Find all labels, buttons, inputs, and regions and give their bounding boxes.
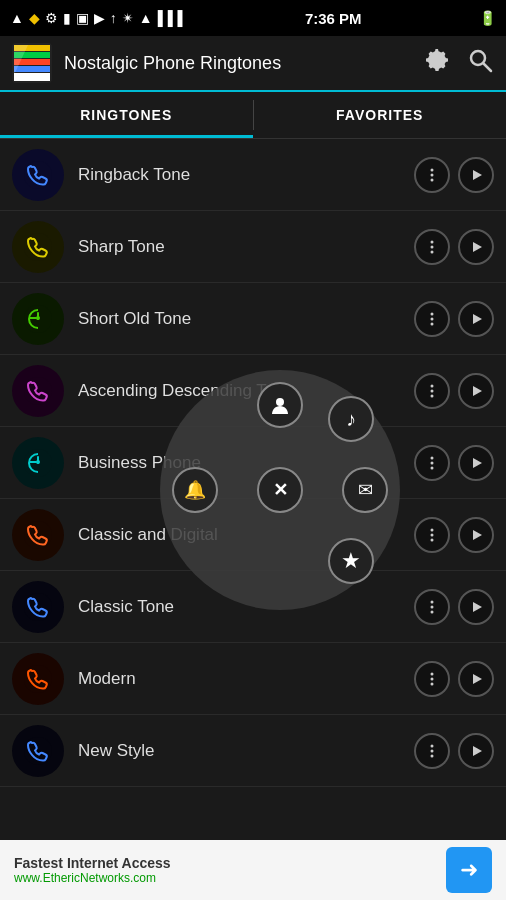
menu-button[interactable] [414,589,450,625]
ad-title: Fastest Internet Access [14,855,446,871]
ringtone-item[interactable]: Ringback Tone [0,139,506,211]
ringtone-item[interactable]: Modern [0,643,506,715]
play-button[interactable] [458,517,494,553]
status-icon-diamond: ◆ [29,10,40,26]
ringtone-name: Ringback Tone [78,165,414,185]
status-battery: 🔋 [479,10,496,26]
phone-icon-container [12,581,64,633]
play-button[interactable] [458,157,494,193]
menu-button[interactable] [414,157,450,193]
ad-banner: Fastest Internet Access www.EthericNetwo… [0,840,506,900]
svg-point-32 [431,456,434,459]
context-menu-overlay: ♪ ✉ 🔔 ✕ ★ [160,370,400,610]
svg-point-21 [431,312,434,315]
tab-favorites[interactable]: FAVORITES [254,92,507,138]
svg-point-34 [431,466,434,469]
svg-point-49 [431,682,434,685]
status-icons-left: ▲ ◆ ⚙ ▮ ▣ ▶ ↑ ✴ ▲ ▌▌▌ [10,10,187,26]
ad-arrow-button[interactable]: ➜ [446,847,492,893]
ringtone-item[interactable]: Sharp Tone [0,211,506,283]
phone-icon-container [12,293,64,345]
svg-marker-55 [473,746,482,756]
svg-rect-51 [24,737,52,765]
menu-button[interactable] [414,229,450,265]
play-button[interactable] [458,661,494,697]
item-actions [414,589,494,625]
item-actions [414,445,494,481]
ad-arrow-icon: ➜ [460,857,478,883]
ctx-btn-music[interactable]: ♪ [328,396,374,442]
settings-icon[interactable] [424,47,450,79]
item-actions [414,229,494,265]
play-button[interactable] [458,733,494,769]
tabs-bar: RINGTONES FAVORITES [0,92,506,139]
ctx-btn-notify[interactable]: 🔔 [172,467,218,513]
menu-button[interactable] [414,373,450,409]
play-button[interactable] [458,589,494,625]
svg-rect-25 [24,377,52,405]
ad-text-area: Fastest Internet Access www.EthericNetwo… [14,855,446,885]
svg-marker-45 [473,602,482,612]
svg-point-38 [431,533,434,536]
menu-button[interactable] [414,661,450,697]
status-icon-wifi: ▲ [139,10,153,26]
svg-rect-5 [14,73,50,81]
menu-button[interactable] [414,445,450,481]
play-button[interactable] [458,373,494,409]
ringtone-item[interactable]: Short Old Tone [0,283,506,355]
phone-icon-container [12,653,64,705]
status-icons-right: 🔋 [479,10,496,26]
status-icon-cam: ▣ [76,10,89,26]
svg-point-12 [431,178,434,181]
menu-button[interactable] [414,301,450,337]
item-actions [414,301,494,337]
ctx-btn-contact[interactable] [257,382,303,428]
svg-point-15 [431,240,434,243]
status-icon-signal: ▌▌▌ [158,10,188,26]
svg-point-42 [431,600,434,603]
svg-rect-46 [24,665,52,693]
svg-point-28 [431,394,434,397]
ctx-btn-star[interactable]: ★ [328,538,374,584]
play-button[interactable] [458,301,494,337]
play-button[interactable] [458,229,494,265]
phone-icon-container [12,509,64,561]
svg-point-22 [431,317,434,320]
svg-point-20 [36,316,40,320]
status-icon-up: ↑ [110,10,117,26]
svg-marker-24 [473,314,482,324]
svg-marker-13 [473,170,482,180]
ctx-btn-email[interactable]: ✉ [342,467,388,513]
ctx-btn-close[interactable]: ✕ [257,467,303,513]
tab-ringtones[interactable]: RINGTONES [0,92,253,138]
menu-button[interactable] [414,733,450,769]
svg-rect-14 [24,233,52,261]
ringtone-name: Modern [78,669,414,689]
svg-rect-9 [24,161,52,189]
svg-point-17 [431,250,434,253]
svg-point-10 [431,168,434,171]
ringtone-item[interactable]: New Style [0,715,506,787]
svg-rect-4 [14,66,50,72]
svg-point-33 [431,461,434,464]
phone-icon-container [12,725,64,777]
svg-marker-40 [473,530,482,540]
phone-icon-container [12,437,64,489]
phone-icon-container [12,149,64,201]
search-icon[interactable] [466,46,494,80]
svg-point-39 [431,538,434,541]
item-actions [414,157,494,193]
svg-marker-35 [473,458,482,468]
play-button[interactable] [458,445,494,481]
app-title: Nostalgic Phone Ringtones [64,53,424,74]
svg-point-52 [431,744,434,747]
menu-button[interactable] [414,517,450,553]
status-icon-usb: ⚙ [45,10,58,26]
app-bar: Nostalgic Phone Ringtones [0,36,506,92]
phone-icon-container [12,221,64,273]
svg-point-54 [431,754,434,757]
ringtone-name: New Style [78,741,414,761]
app-logo [12,43,52,83]
item-actions [414,517,494,553]
svg-point-26 [431,384,434,387]
